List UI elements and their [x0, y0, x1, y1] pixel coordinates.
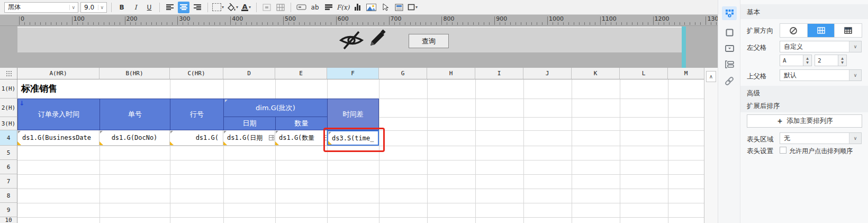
row-header-6[interactable]: 6 — [0, 160, 17, 174]
italic-button[interactable]: I — [130, 2, 141, 13]
ruler-major-tick — [441, 16, 442, 25]
header-cell-dim-g[interactable]: dim.G(批次) — [223, 99, 328, 117]
header-cell-qty[interactable]: 数量 — [275, 117, 328, 130]
row-header-7[interactable]: 7 — [0, 174, 17, 189]
column-header-b[interactable]: B(HR) — [100, 68, 170, 79]
parent-row-input[interactable]: 2 — [815, 55, 838, 66]
cell-c4-formula: ds1.G( — [196, 134, 219, 141]
widget-settings-tab[interactable] — [722, 41, 737, 55]
expand-horizontal-button[interactable] — [835, 24, 862, 37]
allow-sort-label: 允许用户点击排列顺序 — [789, 147, 853, 156]
row-header-4[interactable]: 4 — [0, 130, 17, 146]
insert-text-button[interactable]: ab — [309, 2, 321, 13]
fill-color-button[interactable]: ▾ — [226, 2, 238, 13]
cell-corner-marker — [276, 131, 278, 133]
left-parent-select[interactable]: 自定义 ∨ — [780, 41, 862, 52]
column-header-l[interactable]: L — [620, 68, 668, 79]
up-parent-select[interactable]: 默认 ∨ — [780, 69, 862, 81]
row-header-8[interactable]: 8 — [0, 189, 17, 203]
cell-b4[interactable]: ds1.G(DocNo) — [100, 130, 170, 146]
insert-chart-button[interactable] — [352, 2, 364, 13]
cell-e4[interactable]: ds1.G(数量 — [275, 130, 327, 146]
column-header-m[interactable]: M — [668, 68, 704, 79]
header-cell-order-time[interactable]: 订单录入时间 — [17, 99, 100, 130]
insert-shape-button[interactable]: ▾ — [407, 2, 419, 13]
condition-attributes-tab[interactable] — [722, 57, 737, 71]
gridline-horizontal — [17, 160, 704, 160]
column-header-e[interactable]: E — [275, 68, 327, 79]
ruler-minor-tick — [616, 22, 617, 25]
basic-section-header[interactable]: 基本 — [747, 8, 760, 17]
border-style-button[interactable]: ▾ — [212, 2, 224, 13]
insert-formula-button[interactable]: F(x) — [337, 2, 349, 13]
font-family-select[interactable]: 黑体 ∨ — [4, 2, 78, 13]
layered-rects-icon — [725, 60, 734, 68]
parent-row-spinner[interactable]: ▲▼ — [838, 55, 847, 66]
row-header-3[interactable]: 3(H) — [0, 117, 17, 130]
ruler-label: 0 — [21, 15, 24, 22]
allow-sort-checkbox[interactable] — [780, 147, 786, 154]
chevron-up-icon: ∧ — [709, 74, 713, 79]
header-area-select[interactable]: 无 ∨ — [780, 132, 862, 144]
font-size-select[interactable]: 9.0 ∨ — [80, 2, 107, 13]
ruler-label: 600 — [338, 15, 349, 22]
ruler-minor-tick — [711, 22, 711, 25]
expand-vertical-button[interactable] — [808, 24, 835, 37]
header-cell-doc-no[interactable]: 单号 — [100, 99, 170, 130]
ruler-minor-tick — [183, 22, 183, 25]
split-cells-button[interactable] — [275, 2, 286, 13]
font-color-button[interactable]: A ▾ — [240, 2, 252, 13]
bold-button[interactable]: B — [116, 2, 128, 13]
cell-a4[interactable]: ds1.G(BusinessDate — [17, 130, 100, 146]
cell-corner-marker — [170, 131, 173, 133]
column-header-k[interactable]: K — [572, 68, 620, 79]
header-cell-line-no[interactable]: 行号 — [170, 99, 224, 130]
column-header-i[interactable]: I — [475, 68, 523, 79]
sort-after-expand-header[interactable]: 扩展后排序 — [747, 102, 780, 111]
add-primary-sort-button[interactable]: ＋ 添加主要排列序 — [747, 114, 862, 128]
column-header-d[interactable]: D — [223, 68, 275, 79]
query-button[interactable]: 查询 — [409, 34, 449, 48]
ruler-minor-tick — [489, 22, 490, 25]
insert-report-block-button[interactable] — [393, 2, 405, 13]
align-center-button[interactable] — [178, 2, 189, 13]
insert-textbox-button[interactable] — [295, 2, 307, 13]
header-cell-date[interactable]: 日期 — [223, 117, 276, 130]
cell-attributes-tab[interactable] — [722, 6, 737, 20]
select-all-corner[interactable] — [0, 68, 17, 79]
chevron-down-icon: ∨ — [849, 133, 861, 144]
row-header-5[interactable]: 5 — [0, 146, 17, 160]
advanced-section-header[interactable]: 高级 — [747, 89, 760, 98]
header-cell-time-diff[interactable]: 时间差 — [327, 99, 379, 130]
cell-d4[interactable]: ds1.G(日期 — [223, 130, 275, 146]
insert-richtext-button[interactable] — [323, 2, 334, 13]
parent-column-input[interactable]: A — [780, 55, 803, 66]
row-header-2[interactable]: 2(H) — [0, 99, 17, 117]
column-header-a[interactable]: A(HR) — [17, 68, 100, 79]
image-icon — [366, 4, 376, 11]
merge-cells-button[interactable] — [261, 2, 273, 13]
expand-none-button[interactable] — [780, 24, 808, 37]
row-header-10[interactable]: 10 — [0, 217, 17, 223]
row-header-9[interactable]: 9 — [0, 203, 17, 217]
column-header-c[interactable]: C(HR) — [170, 68, 223, 79]
column-header-g[interactable]: G — [379, 68, 427, 79]
insert-image-button[interactable] — [366, 2, 377, 13]
cell-c4[interactable]: ds1.G( — [170, 130, 223, 146]
hyperlink-tab[interactable] — [722, 74, 737, 88]
column-header-f[interactable]: F — [327, 68, 379, 79]
ruler-minor-tick — [273, 22, 273, 25]
parent-column-spinner[interactable]: ▲▼ — [803, 55, 812, 66]
align-right-button[interactable] — [192, 2, 203, 13]
underline-button[interactable]: U — [143, 2, 155, 13]
row-header-1[interactable]: 1(H) — [0, 79, 17, 99]
align-left-button[interactable] — [164, 2, 176, 13]
pointer-tool-button[interactable] — [379, 2, 391, 13]
scroll-up-button[interactable]: ∧ — [706, 71, 716, 82]
column-header-h[interactable]: H — [427, 68, 475, 79]
cell-element-tab[interactable] — [722, 25, 737, 39]
ruler-minor-tick — [347, 22, 347, 25]
report-title-cell[interactable]: 标准销售 — [21, 83, 57, 95]
vertical-scrollbar[interactable]: ∧ — [704, 68, 718, 223]
column-header-j[interactable]: J — [523, 68, 572, 79]
